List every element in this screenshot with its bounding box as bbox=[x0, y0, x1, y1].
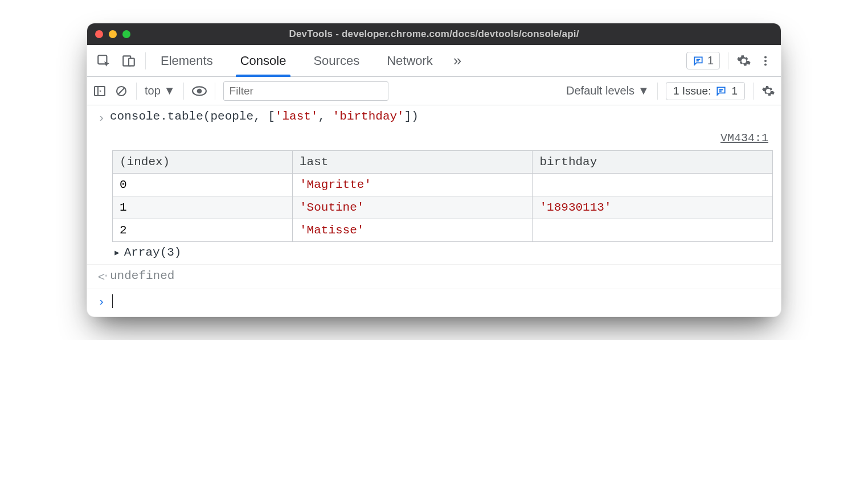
svg-rect-2 bbox=[129, 58, 134, 65]
console-toolbar: top ▼ Default levels ▼ 1 Issue: 1 bbox=[87, 77, 781, 105]
console-input-echo: › console.table(people, ['last', 'birthd… bbox=[87, 105, 781, 129]
minimize-window-icon[interactable] bbox=[109, 30, 117, 38]
devtools-window: DevTools - developer.chrome.com/docs/dev… bbox=[87, 23, 781, 317]
output-chevron-icon: <• bbox=[98, 271, 105, 284]
chevron-down-icon: ▼ bbox=[638, 84, 649, 97]
kebab-menu-icon[interactable] bbox=[759, 54, 772, 68]
table-row[interactable]: 0 'Magritte' bbox=[113, 174, 773, 196]
issues-chip[interactable]: 1 Issue: 1 bbox=[666, 82, 745, 100]
console-return-row: <• undefined bbox=[87, 264, 781, 289]
svg-point-3 bbox=[764, 56, 767, 58]
tab-sources[interactable]: Sources bbox=[301, 45, 372, 76]
col-index[interactable]: (index) bbox=[113, 151, 293, 174]
prompt-chevron-icon: › bbox=[98, 295, 105, 309]
console-table-output: (index) last birthday 0 'Magritte' 1 'So… bbox=[87, 148, 781, 264]
close-window-icon[interactable] bbox=[95, 30, 103, 38]
log-levels-selector[interactable]: Default levels ▼ bbox=[566, 84, 649, 97]
svg-point-4 bbox=[764, 59, 767, 61]
sidebar-toggle-icon[interactable] bbox=[93, 84, 107, 98]
table-row[interactable]: 1 'Soutine' '18930113' bbox=[113, 196, 773, 219]
more-tabs-icon[interactable]: » bbox=[448, 52, 467, 69]
console-output: › console.table(people, ['last', 'birthd… bbox=[87, 105, 781, 317]
triangle-right-icon: ▸ bbox=[113, 245, 121, 260]
table-header-row: (index) last birthday bbox=[113, 151, 773, 174]
col-last[interactable]: last bbox=[292, 151, 533, 174]
svg-point-5 bbox=[764, 63, 767, 65]
svg-point-9 bbox=[196, 88, 202, 93]
console-command: console.table(people, ['last', 'birthday… bbox=[110, 110, 419, 123]
array-disclosure[interactable]: ▸ Array(3) bbox=[112, 242, 773, 260]
inspect-icon[interactable] bbox=[96, 54, 111, 68]
titlebar: DevTools - developer.chrome.com/docs/dev… bbox=[87, 23, 781, 45]
maximize-window-icon[interactable] bbox=[122, 30, 130, 38]
window-controls bbox=[95, 30, 130, 38]
filter-input[interactable] bbox=[223, 81, 388, 101]
window-title: DevTools - developer.chrome.com/docs/dev… bbox=[87, 28, 781, 40]
col-birthday[interactable]: birthday bbox=[533, 151, 773, 174]
text-caret bbox=[112, 294, 113, 308]
chevron-down-icon: ▼ bbox=[164, 84, 175, 97]
console-settings-gear-icon[interactable] bbox=[761, 84, 775, 98]
table-row[interactable]: 2 'Matisse' bbox=[113, 219, 773, 242]
tab-elements[interactable]: Elements bbox=[148, 45, 226, 76]
console-prompt[interactable]: › bbox=[87, 289, 781, 317]
device-toggle-icon[interactable] bbox=[121, 54, 136, 68]
tab-network[interactable]: Network bbox=[374, 45, 445, 76]
source-link[interactable]: VM434:1 bbox=[87, 129, 781, 148]
gear-icon[interactable] bbox=[736, 54, 751, 68]
data-table: (index) last birthday 0 'Magritte' 1 'So… bbox=[112, 150, 773, 242]
live-expression-icon[interactable] bbox=[192, 85, 207, 97]
devtools-tabs: Elements Console Sources Network » 1 bbox=[87, 45, 781, 77]
context-selector[interactable]: top ▼ bbox=[145, 84, 175, 97]
clear-console-icon[interactable] bbox=[114, 84, 128, 98]
issues-badge[interactable]: 1 bbox=[686, 52, 720, 69]
tab-console[interactable]: Console bbox=[228, 45, 299, 76]
input-chevron-icon: › bbox=[98, 112, 105, 125]
return-value: undefined bbox=[110, 269, 174, 282]
